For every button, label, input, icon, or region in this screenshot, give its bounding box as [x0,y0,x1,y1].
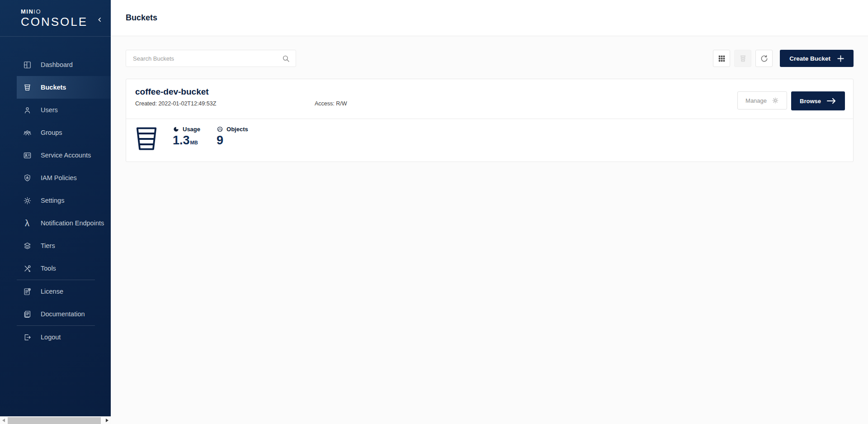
objects-label: Objects [226,126,248,133]
search-input[interactable] [133,55,282,62]
sidebar-item-service-accounts[interactable]: Service Accounts [17,144,111,167]
gear-icon [23,196,32,205]
sidebar-item-documentation[interactable]: Documentation [17,303,111,325]
sidebar-item-label: Tools [41,265,56,272]
sidebar-item-buckets[interactable]: Buckets [17,76,111,99]
usage-number: 1.3 [173,133,190,147]
sidebar-item-label: Settings [41,197,64,204]
sidebar-item-users[interactable]: Users [17,99,111,121]
sidebar-collapse-button[interactable] [95,15,104,24]
logout-icon [23,333,32,342]
manage-button[interactable]: Manage [737,91,787,110]
sidebar-item-iam-policies[interactable]: IAM Policies [17,167,111,189]
sidebar-item-label: Buckets [41,84,66,91]
dashboard-icon [23,60,32,69]
scrollbar-thumb[interactable] [8,417,101,424]
usage-label: Usage [183,126,200,133]
sidebar-item-logout[interactable]: Logout [17,326,111,348]
page-header: Buckets [111,0,868,36]
bucket-icon [23,83,32,92]
sidebar-item-label: Tiers [41,242,55,249]
sidebar-item-label: Logout [41,333,61,341]
objects-icon [217,126,223,133]
toolbar: Create Bucket [713,50,854,67]
create-bucket-button[interactable]: Create Bucket [780,50,854,67]
sidebar: MINIO CONSOLE Dashboard Buckets [0,0,111,416]
usage-metric: Usage 1.3MB [173,126,200,148]
lambda-icon: λ [23,219,32,228]
usage-unit: MB [190,140,198,145]
bucket-meta: Created: 2022-01-02T12:49:53Z Access: R/… [135,100,347,107]
browse-label: Browse [800,98,821,105]
usage-label-row: Usage [173,126,200,133]
sidebar-item-notification-endpoints[interactable]: λ Notification Endpoints [17,212,111,234]
page-title: Buckets [126,13,157,23]
objects-label-row: Objects [217,126,248,133]
horizontal-scrollbar[interactable] [0,416,111,424]
bucket-access: Access: R/W [315,100,347,107]
sidebar-item-label: Groups [41,129,62,136]
bucket-metrics: Usage 1.3MB [126,119,853,162]
refresh-icon [760,54,769,63]
bucket-card: coffee-dev-bucket Created: 2022-01-02T12… [126,79,854,162]
tools-icon [23,264,32,273]
bucket-actions: Manage Browse [737,91,845,119]
scroll-left-arrow[interactable] [2,419,5,422]
arrow-right-icon [827,98,836,104]
bucket-info: coffee-dev-bucket Created: 2022-01-02T12… [135,87,347,119]
sidebar-item-label: License [41,288,63,295]
list-view-icon [739,54,747,63]
content-area: Create Bucket coffee-dev-bucket Created:… [111,36,868,162]
chevron-left-icon [97,17,103,23]
logo-block: MINIO CONSOLE [0,0,111,37]
sidebar-nav: Dashboard Buckets Users Groups [0,37,111,348]
main-area: Buckets [111,0,868,424]
sidebar-item-license[interactable]: License [17,280,111,303]
list-view-button [734,50,751,67]
manage-label: Manage [745,97,767,104]
search-icon [282,54,290,63]
bucket-large-icon [135,126,158,152]
objects-number: 9 [217,133,223,147]
service-accounts-icon [23,151,32,160]
license-icon [23,287,32,296]
sidebar-item-label: Documentation [41,310,85,318]
minio-console-app: MINIO CONSOLE Dashboard Buckets [0,0,868,424]
minio-logo-bold: MIN [21,8,33,15]
minio-logo-light: IO [33,8,41,15]
sidebar-item-groups[interactable]: Groups [17,121,111,144]
search-box[interactable] [126,50,296,67]
plus-icon [837,55,844,62]
grid-view-button[interactable] [713,50,730,67]
sidebar-item-label: Dashboard [41,61,73,68]
user-icon [23,105,32,114]
sidebar-item-settings[interactable]: Settings [17,189,111,212]
gear-icon [772,97,779,104]
bucket-card-header: coffee-dev-bucket Created: 2022-01-02T12… [126,79,853,119]
objects-metric: Objects 9 [217,126,248,148]
sidebar-item-label: IAM Policies [41,174,77,181]
scroll-right-arrow[interactable] [106,419,108,422]
sidebar-item-tiers[interactable]: Tiers [17,234,111,257]
groups-icon [23,128,32,137]
minio-logo: MINIO [21,9,111,14]
sidebar-item-label: Users [41,106,58,114]
sidebar-item-dashboard[interactable]: Dashboard [17,53,111,76]
layers-icon [23,241,32,250]
usage-pie-icon [173,126,179,133]
bucket-name[interactable]: coffee-dev-bucket [135,87,347,97]
objects-value: 9 [217,134,248,148]
actions-row: Create Bucket [126,50,854,67]
browse-button[interactable]: Browse [791,91,845,110]
sidebar-item-label: Service Accounts [41,152,91,159]
sidebar-item-tools[interactable]: Tools [17,257,111,280]
sidebar-item-label: Notification Endpoints [41,219,104,227]
refresh-button[interactable] [755,50,773,67]
create-bucket-label: Create Bucket [789,55,830,62]
grid-view-icon [717,54,726,63]
bucket-created: Created: 2022-01-02T12:49:53Z [135,100,315,107]
documentation-icon [23,310,32,319]
usage-value: 1.3MB [173,134,200,148]
shield-lock-icon [23,173,32,182]
